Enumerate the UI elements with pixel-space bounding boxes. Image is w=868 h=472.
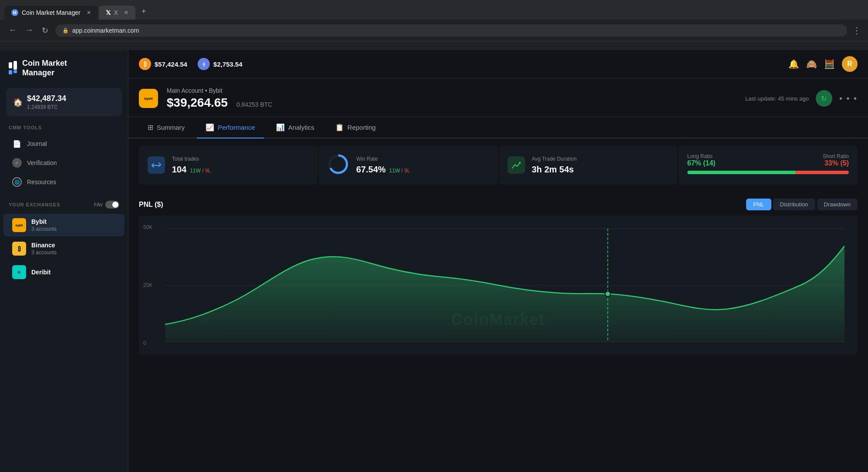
deribit-name: Deribit xyxy=(31,269,50,276)
tab-cmm[interactable]: M Coin Market Manager ✕ xyxy=(4,6,98,20)
sidebar-item-resources[interactable]: 🌐 Resources xyxy=(3,173,124,191)
tab-x-label: X xyxy=(114,9,118,16)
chart-tab-distribution[interactable]: Distribution xyxy=(773,199,815,210)
long-ratio-value: 67% (14) xyxy=(687,159,716,167)
sidebar: Coin Market Manager 🏠 $42,487.34 1.24939… xyxy=(0,50,128,472)
analytics-icon: 📊 xyxy=(276,123,285,131)
stat-total-trades: Total trades 104 11W / 9L xyxy=(139,145,318,185)
summary-icon: ⊞ xyxy=(148,123,153,131)
verification-icon: ✓ xyxy=(12,158,22,168)
y-label-25k: 25K xyxy=(143,282,152,288)
chart-tab-drawdown[interactable]: Drawdown xyxy=(817,199,858,210)
win-rate-icon xyxy=(327,153,349,177)
tab-bar: M Coin Market Manager ✕ 𝕏 X ✕ + xyxy=(0,0,868,20)
exchange-bybit[interactable]: bybit Bybit 3 accounts xyxy=(3,214,124,236)
duration-icon xyxy=(508,156,525,174)
x-favicon: 𝕏 xyxy=(106,9,111,16)
new-tab-button[interactable]: + xyxy=(136,3,151,20)
long-ratio-label: Long Ratio xyxy=(687,153,716,159)
chart-header: PNL ($) PNL Distribution Drawdown xyxy=(139,192,858,216)
chart-tab-pnl[interactable]: PNL xyxy=(746,199,771,210)
account-header-right: Last update: 45 mins ago ↻ • • • xyxy=(745,90,858,107)
account-name: Main Account • Bybit xyxy=(167,87,273,94)
bybit-name: Bybit xyxy=(31,218,57,225)
win-rate-label: Win Rate xyxy=(356,156,410,162)
chart-section: PNL ($) PNL Distribution Drawdown 50K 25… xyxy=(128,192,868,355)
deribit-logo: D xyxy=(12,265,26,279)
forward-button[interactable]: → xyxy=(24,24,35,37)
binance-name: Binance xyxy=(31,242,57,249)
sidebar-logo-area: Coin Market Manager xyxy=(0,59,128,88)
short-ratio-col: Short Ratio 33% (5) xyxy=(823,153,849,167)
main-content: ₿ $57,424.54 ⟠ $2,753.54 🔔 🙈 🧮 R bybit M… xyxy=(128,50,868,472)
more-options-button[interactable]: • • • xyxy=(839,94,858,104)
notifications-icon[interactable]: 🔔 xyxy=(788,59,799,69)
chart-y-labels: 50K 25K 0 xyxy=(143,224,152,346)
logo-icon xyxy=(9,62,17,74)
tab-performance-label: Performance xyxy=(218,124,255,131)
win-rate-sub: 11W / 9L xyxy=(389,168,410,174)
lock-icon: 🔒 xyxy=(62,27,69,34)
calculator-icon[interactable]: 🧮 xyxy=(824,59,835,69)
btc-icon: ₿ xyxy=(139,58,151,70)
exchange-deribit[interactable]: D Deribit xyxy=(3,261,124,283)
account-header: bybit Main Account • Bybit $39,264.65 0.… xyxy=(128,78,868,117)
tab-reporting-label: Reporting xyxy=(347,124,376,131)
browser-chrome: M Coin Market Manager ✕ 𝕏 X ✕ + ← → ↻ 🔒 … xyxy=(0,0,868,50)
back-button[interactable]: ← xyxy=(7,24,18,37)
binance-info: Binance 3 accounts xyxy=(31,242,57,256)
svg-point-7 xyxy=(605,291,610,297)
exchanges-label: YOUR EXCHANGES xyxy=(9,202,61,207)
hide-icon[interactable]: 🙈 xyxy=(806,59,817,69)
fav-toggle[interactable]: FAV xyxy=(94,201,119,209)
refresh-button[interactable]: ↻ xyxy=(816,90,832,107)
tab-performance[interactable]: 📈 Performance xyxy=(197,117,264,138)
y-label-0: 0 xyxy=(143,340,152,346)
stats-row: Total trades 104 11W / 9L xyxy=(128,138,868,192)
y-label-50k: 50K xyxy=(143,224,152,230)
ratio-bar-short xyxy=(795,171,849,174)
home-icon: 🏠 xyxy=(13,98,23,107)
exchanges-section: YOUR EXCHANGES FAV bybit Bybit 3 account… xyxy=(0,201,128,284)
last-update-text: Last update: 45 mins ago xyxy=(745,95,809,102)
trades-icon xyxy=(148,156,165,174)
cmm-tools-label: CMM TOOLS xyxy=(0,125,128,135)
account-btc: 0.84253 BTC xyxy=(236,101,273,108)
sidebar-item-journal[interactable]: 📄 Journal xyxy=(3,135,124,153)
exchange-binance[interactable]: ₿ Binance 3 accounts xyxy=(3,237,124,260)
chart-tabs: PNL Distribution Drawdown xyxy=(746,199,858,210)
avg-duration-value: 3h 2m 54s xyxy=(532,165,574,174)
ratio-header: Long Ratio 67% (14) Short Ratio 33% (5) xyxy=(687,153,849,167)
reporting-icon: 📋 xyxy=(335,123,344,131)
account-balance: $39,264.65 xyxy=(167,96,228,110)
tab-cmm-close[interactable]: ✕ xyxy=(87,10,91,16)
top-bar-right: 🔔 🙈 🧮 R xyxy=(788,56,858,72)
address-text: app.coinmarketman.com xyxy=(72,27,139,34)
stat-ratio: Long Ratio 67% (14) Short Ratio 33% (5) xyxy=(679,145,858,185)
fav-label: FAV xyxy=(94,202,103,207)
tab-reporting[interactable]: 📋 Reporting xyxy=(326,117,384,138)
sidebar-item-verification[interactable]: ✓ Verification xyxy=(3,154,124,172)
stat-win-rate: Win Rate 67.54% 11W / 9L xyxy=(319,145,498,185)
chart-title: PNL ($) xyxy=(139,201,163,209)
bybit-accounts: 3 accounts xyxy=(31,226,57,232)
tab-x-close[interactable]: ✕ xyxy=(124,10,128,16)
chart-area: 50K 25K 0 CoinMarket xyxy=(139,216,858,355)
chart-watermark: CoinMarket xyxy=(451,310,545,329)
btc-price: ₿ $57,424.54 xyxy=(139,58,187,70)
eth-price: ⟠ $2,753.54 xyxy=(198,58,242,70)
address-bar[interactable]: 🔒 app.coinmarketman.com xyxy=(55,24,847,37)
bybit-info: Bybit 3 accounts xyxy=(31,218,57,232)
sidebar-account-card[interactable]: 🏠 $42,487.34 1.24939 BTC xyxy=(6,88,122,116)
tab-analytics[interactable]: 📊 Analytics xyxy=(267,117,323,138)
browser-menu-button[interactable]: ⋮ xyxy=(852,25,861,36)
tab-x[interactable]: 𝕏 X ✕ xyxy=(99,6,135,20)
ratio-bar xyxy=(687,171,849,174)
user-avatar[interactable]: R xyxy=(842,56,858,72)
reload-button[interactable]: ↻ xyxy=(40,24,50,37)
stat-avg-duration: Avg Trade Duration 3h 2m 54s xyxy=(499,145,678,185)
tab-summary[interactable]: ⊞ Summary xyxy=(139,117,193,138)
long-ratio-col: Long Ratio 67% (14) xyxy=(687,153,716,167)
total-trades-sub: 11W / 9L xyxy=(190,168,211,174)
fav-switch[interactable] xyxy=(105,201,119,209)
